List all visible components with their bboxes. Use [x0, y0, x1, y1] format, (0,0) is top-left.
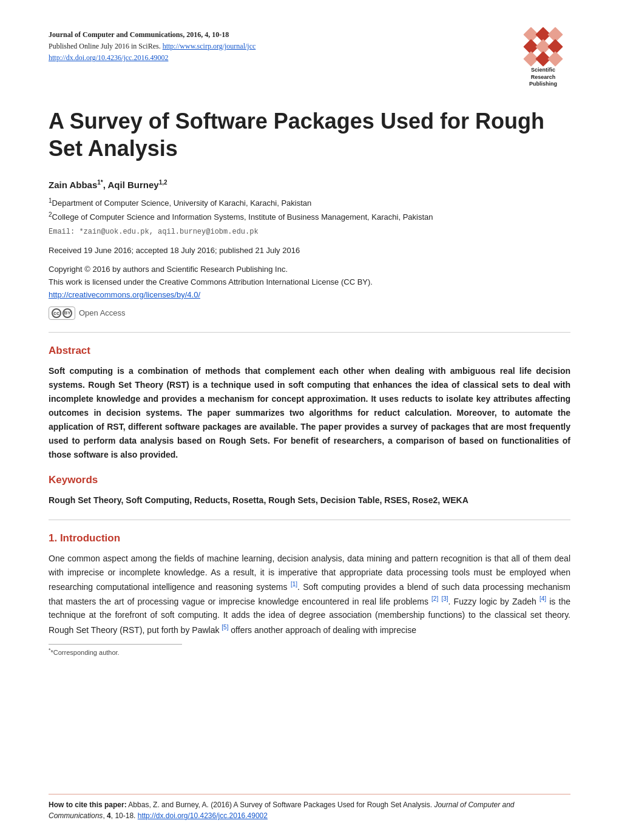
copyright-line2: This work is licensed under the Creative…	[49, 276, 570, 289]
copyright: Copyright © 2016 by authors and Scientif…	[49, 263, 570, 301]
divider-1	[49, 332, 570, 333]
doi-link[interactable]: http://dx.doi.org/10.4236/jcc.2016.49002	[49, 53, 168, 62]
keywords-section: Keywords Rough Set Theory, Soft Computin…	[49, 474, 570, 507]
copyright-line1: Copyright © 2016 by authors and Scientif…	[49, 263, 570, 276]
journal-link[interactable]: http://www.scirp.org/journal/jcc	[163, 42, 256, 50]
abstract-section: Abstract Soft computing is a combination…	[49, 345, 570, 462]
cc-by-symbol: BY	[63, 308, 72, 318]
abstract-heading: Abstract	[49, 345, 570, 357]
cc-symbol: cc	[52, 308, 61, 318]
publisher-name: ScientificResearchPublishing	[529, 67, 557, 88]
how-to-cite-label: How to cite this paper:	[49, 801, 127, 809]
volume: 4	[107, 811, 111, 820]
paper-title: A Survey of Software Packages Used for R…	[49, 107, 570, 162]
footnote-divider	[49, 644, 182, 645]
page: Journal of Computer and Communications, …	[0, 0, 619, 840]
cc-badge: cc BY Open Access	[49, 307, 570, 320]
journal-title: Journal of Computer and Communications, …	[49, 29, 255, 41]
cc-link[interactable]: http://creativecommons.org/licenses/by/4…	[49, 290, 200, 299]
open-access-label: Open Access	[79, 308, 126, 317]
diamond-9	[547, 51, 563, 66]
abstract-text: Soft computing is a combination of metho…	[49, 364, 570, 462]
citation-doi-link[interactable]: http://dx.doi.org/10.4236/jcc.2016.49002	[138, 811, 268, 820]
authors: Zain Abbas1*, Aqil Burney1,2	[49, 179, 570, 190]
introduction-section: 1. Introduction One common aspect among …	[49, 532, 570, 637]
journal-published: Published Online July 2016 in SciRes. ht…	[49, 41, 255, 52]
affiliations: 1Department of Computer Science, Univers…	[49, 196, 570, 224]
doi-line: http://dx.doi.org/10.4236/jcc.2016.49002	[49, 52, 255, 64]
publisher-logo: ScientificResearchPublishing	[516, 29, 570, 88]
header: Journal of Computer and Communications, …	[49, 29, 570, 88]
footnote-area: **Corresponding author.	[49, 644, 570, 656]
introduction-heading: 1. Introduction	[49, 532, 570, 544]
divider-2	[49, 520, 570, 520]
logo-grid	[526, 29, 561, 64]
footnote-text: **Corresponding author.	[49, 647, 570, 656]
keywords-text: Rough Set Theory, Soft Computing, Reduct…	[49, 493, 570, 507]
cite-how-text: How to cite this paper: Abbas, Z. and Bu…	[49, 799, 570, 822]
email-line: Email: *zain@uok.edu.pk, aqil.burney@iob…	[49, 228, 570, 236]
received-line: Received 19 June 2016; accepted 18 July …	[49, 246, 570, 255]
cc-icon: cc BY	[49, 307, 75, 320]
introduction-para1: One common aspect among the fields of ma…	[49, 552, 570, 637]
keywords-heading: Keywords	[49, 474, 570, 486]
bottom-citation: How to cite this paper: Abbas, Z. and Bu…	[49, 794, 570, 822]
journal-meta: Journal of Computer and Communications, …	[49, 29, 255, 64]
